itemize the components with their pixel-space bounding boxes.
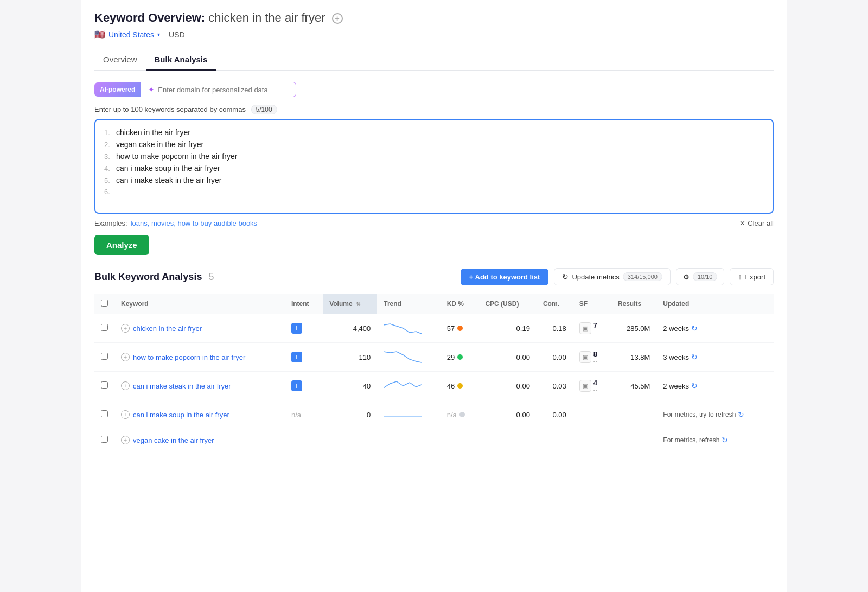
kd-cell: 57 [441, 314, 479, 343]
clear-all-button[interactable]: ✕ Clear all [739, 219, 774, 227]
table-row: + can i make steak in the air fryer I 40 [94, 372, 774, 400]
examples-link[interactable]: loans, movies, how to buy audible books [131, 219, 257, 227]
export-button[interactable]: ↑ Export [730, 268, 774, 285]
updated-cell: 2 weeks ↻ [656, 372, 774, 400]
kd-cell: 46 [441, 372, 479, 400]
ai-domain-input[interactable] [158, 86, 288, 94]
trend-cell [377, 429, 440, 451]
refresh-row-icon[interactable]: ↻ [738, 410, 744, 419]
settings-button[interactable]: ⚙ 10/10 [676, 268, 725, 285]
flag-icon: 🇺🇸 [94, 29, 105, 40]
bulk-analysis-count: 5 [208, 271, 214, 283]
row-checkbox-cell[interactable] [94, 372, 114, 400]
keywords-list: 1. chicken in the air fryer 2. vegan cak… [104, 126, 764, 198]
location-row: 🇺🇸 United States ▾ USD [94, 29, 774, 40]
row-checkbox-cell[interactable] [94, 314, 114, 343]
title-keyword: chicken in the air fryer [208, 11, 325, 24]
kd-cell: n/a [441, 400, 479, 429]
kd-dot-yellow [457, 383, 463, 389]
sf-icon: ▣ [579, 380, 591, 392]
row-checkbox[interactable] [101, 324, 108, 331]
title-prefix: Keyword Overview: [94, 11, 205, 24]
table-row: + chicken in the air fryer I 4,400 [94, 314, 774, 343]
sf-cell: ▣ 7 -- [573, 314, 611, 343]
keyword-column-header: Keyword [114, 294, 285, 314]
intent-cell: I [285, 314, 323, 343]
list-item: 2. vegan cake in the air fryer [104, 138, 764, 150]
location-selector[interactable]: 🇺🇸 United States ▾ [94, 29, 160, 40]
trend-cell [377, 343, 440, 372]
kd-dot-orange [457, 326, 463, 331]
intent-cell: I [285, 343, 323, 372]
refresh-row-icon[interactable]: ↻ [691, 353, 698, 361]
com-cell: 0.03 [537, 372, 573, 400]
row-checkbox-cell[interactable] [94, 429, 114, 451]
expand-keyword-icon[interactable]: + [121, 353, 130, 361]
sf-column-header: SF [573, 294, 611, 314]
add-keyword-icon[interactable]: + [332, 13, 343, 24]
cpc-cell: 0.19 [478, 314, 537, 343]
add-to-keyword-list-button[interactable]: + Add to keyword list [461, 269, 549, 285]
updated-cell: For metrics, refresh ↻ [656, 429, 774, 451]
keywords-textarea-area[interactable]: 1. chicken in the air fryer 2. vegan cak… [94, 119, 774, 214]
location-label: United States [108, 30, 154, 39]
keyword-link[interactable]: + how to make popcorn in the air fryer [121, 353, 278, 361]
analyze-button[interactable]: Analyze [94, 235, 149, 255]
sparkle-icon: ✦ [148, 85, 155, 94]
examples-label: Examples: [94, 219, 127, 227]
refresh-row-icon[interactable]: ↻ [691, 324, 698, 333]
select-all-header[interactable] [94, 294, 114, 314]
row-checkbox[interactable] [101, 436, 108, 443]
keyword-count-badge: 5/100 [251, 105, 277, 114]
trend-chart [384, 321, 422, 336]
com-cell: 0.00 [537, 343, 573, 372]
row-checkbox[interactable] [101, 410, 108, 417]
refresh-icon: ↻ [562, 272, 569, 281]
row-checkbox-cell[interactable] [94, 400, 114, 429]
expand-keyword-icon[interactable]: + [121, 436, 130, 444]
results-cell: 45.5M [611, 372, 656, 400]
volume-column-header[interactable]: Volume ⇅ [323, 294, 377, 314]
kd-dot-green [457, 354, 463, 360]
keyword-cell: + can i make steak in the air fryer [114, 372, 285, 400]
keywords-label-text: Enter up to 100 keywords separated by co… [94, 105, 246, 113]
expand-keyword-icon[interactable]: + [121, 324, 130, 333]
expand-keyword-icon[interactable]: + [121, 381, 130, 390]
intent-badge: I [291, 352, 302, 362]
list-item: 6. [104, 186, 764, 198]
keyword-link[interactable]: + vegan cake in the air fryer [121, 436, 278, 444]
tab-overview[interactable]: Overview [94, 49, 146, 71]
row-checkbox[interactable] [101, 381, 108, 389]
keyword-link[interactable]: + chicken in the air fryer [121, 324, 278, 333]
bulk-actions: + Add to keyword list ↻ Update metrics 3… [461, 268, 774, 285]
cpc-cell: 0.00 [478, 400, 537, 429]
keyword-table-wrapper: Keyword Intent Volume ⇅ Trend KD % CPC (… [94, 294, 774, 451]
volume-cell: 110 [323, 343, 377, 372]
refresh-row-icon[interactable]: ↻ [691, 381, 698, 390]
row-checkbox[interactable] [101, 353, 108, 360]
examples-left: Examples: loans, movies, how to buy audi… [94, 219, 257, 227]
expand-keyword-icon[interactable]: + [121, 410, 130, 419]
tab-bulk-analysis[interactable]: Bulk Analysis [146, 49, 216, 71]
sf-cell [573, 429, 611, 451]
sf-icon: ▣ [579, 322, 591, 334]
update-metrics-button[interactable]: ↻ Update metrics 314/15,000 [554, 268, 670, 285]
trend-cell [377, 372, 440, 400]
list-item: 3. how to make popcorn in the air fryer [104, 150, 764, 162]
results-cell: 285.0M [611, 314, 656, 343]
ai-domain-input-wrapper[interactable]: ✦ [141, 82, 296, 97]
keyword-cell: + vegan cake in the air fryer [114, 429, 285, 451]
updated-cell: 2 weeks ↻ [656, 314, 774, 343]
com-column-header: Com. [537, 294, 573, 314]
select-all-checkbox[interactable] [101, 300, 108, 307]
row-checkbox-cell[interactable] [94, 343, 114, 372]
keyword-link[interactable]: + can i make soup in the air fryer [121, 410, 278, 419]
refresh-row-icon[interactable]: ↻ [722, 436, 728, 444]
intent-badge: I [291, 323, 302, 334]
volume-cell: 0 [323, 400, 377, 429]
volume-cell [323, 429, 377, 451]
keyword-link[interactable]: + can i make steak in the air fryer [121, 381, 278, 390]
tabs-container: Overview Bulk Analysis [94, 49, 774, 71]
intent-badge: I [291, 380, 302, 391]
keyword-cell: + can i make soup in the air fryer [114, 400, 285, 429]
